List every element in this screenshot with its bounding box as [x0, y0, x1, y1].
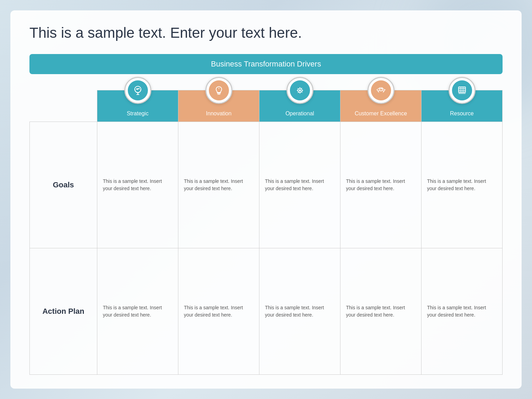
table-row-action-plan: Action Plan This is a sample text. Inser…	[30, 248, 502, 374]
goals-cell-operational: This is a sample text. Insert your desir…	[259, 122, 340, 248]
col-header-strategic: Strategic	[97, 90, 178, 122]
operational-label: Operational	[285, 110, 314, 117]
resource-icon-inner	[452, 80, 472, 100]
col-header-innovation: Innovation	[178, 90, 259, 122]
goals-label-cell: Goals	[30, 122, 97, 248]
column-headers: Strategic	[97, 90, 503, 122]
col-header-customer: Customer Excellence	[340, 90, 422, 122]
table-body: Goals This is a sample text. Insert your…	[29, 122, 503, 375]
header-spacer	[29, 90, 97, 122]
innovation-icon	[213, 85, 224, 96]
action-plan-label: Action Plan	[42, 307, 84, 316]
action-plan-cell-innovation: This is a sample text. Insert your desir…	[178, 248, 259, 374]
goals-label: Goals	[53, 180, 74, 189]
customer-icon	[375, 85, 387, 96]
resource-icon	[456, 85, 468, 96]
svg-point-1	[136, 88, 138, 90]
customer-label: Customer Excellence	[355, 110, 407, 117]
action-plan-label-cell: Action Plan	[30, 248, 97, 374]
operational-icon-inner	[290, 80, 310, 100]
innovation-icon-inner	[209, 80, 229, 100]
strategic-icon	[132, 85, 143, 96]
svg-point-2	[138, 88, 140, 89]
strategic-icon-inner	[128, 80, 148, 100]
customer-icon-circle	[367, 77, 394, 104]
strategic-icon-circle	[124, 77, 151, 104]
action-plan-cell-operational: This is a sample text. Insert your desir…	[259, 248, 340, 374]
goals-cell-resource: This is a sample text. Insert your desir…	[422, 122, 502, 248]
goals-cell-strategic: This is a sample text. Insert your desir…	[97, 122, 178, 248]
svg-point-10	[379, 89, 383, 91]
resource-label: Resource	[450, 110, 473, 117]
action-plan-cell-resource: This is a sample text. Insert your desir…	[422, 248, 502, 374]
strategic-label: Strategic	[127, 110, 149, 117]
operational-icon-circle	[286, 77, 313, 104]
action-plan-cell-customer: This is a sample text. Insert your desir…	[340, 248, 422, 374]
action-plan-cell-strategic: This is a sample text. Insert your desir…	[97, 248, 178, 374]
resource-icon-circle	[449, 77, 476, 104]
customer-icon-inner	[371, 80, 391, 100]
table-row-goals: Goals This is a sample text. Insert your…	[30, 122, 502, 248]
action-plan-data-cells: This is a sample text. Insert your desir…	[97, 248, 502, 374]
page-title: This is a sample text. Enter your text h…	[29, 24, 503, 42]
svg-point-9	[299, 89, 301, 91]
operational-icon	[294, 85, 305, 96]
innovation-icon-circle	[205, 77, 232, 104]
goals-cell-innovation: This is a sample text. Insert your desir…	[178, 122, 259, 248]
col-header-resource: Resource	[422, 90, 502, 122]
header-bar: Business Transformation Drivers	[29, 54, 503, 74]
goals-data-cells: This is a sample text. Insert your desir…	[97, 122, 502, 248]
innovation-label: Innovation	[206, 110, 232, 117]
column-headers-container: Strategic	[29, 90, 503, 122]
main-card: This is a sample text. Enter your text h…	[10, 10, 522, 389]
header-bar-title: Business Transformation Drivers	[211, 60, 321, 68]
col-header-operational: Operational	[259, 90, 340, 122]
goals-cell-customer: This is a sample text. Insert your desir…	[340, 122, 422, 248]
